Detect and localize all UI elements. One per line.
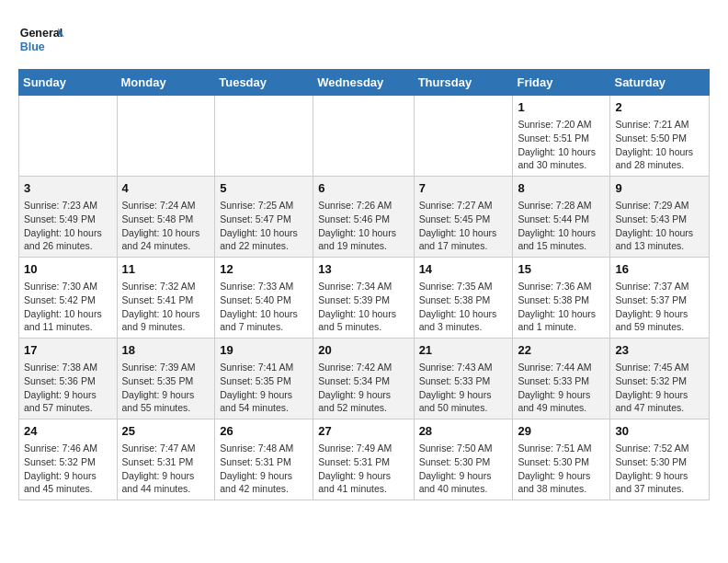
calendar-body: 1 Sunrise: 7:20 AM Sunset: 5:51 PM Dayli… <box>19 96 710 500</box>
day-number: 28 <box>419 423 508 440</box>
sunrise-text: Sunrise: 7:38 AM <box>24 361 112 374</box>
calendar-cell: 10 Sunrise: 7:30 AM Sunset: 5:42 PM Dayl… <box>19 258 118 339</box>
sunset-text: Sunset: 5:47 PM <box>220 213 308 226</box>
sunset-text: Sunset: 5:45 PM <box>419 213 508 226</box>
logo: General Blue <box>18 18 64 60</box>
daylight-text: Daylight: 9 hours and 38 minutes. <box>518 469 605 496</box>
day-number: 17 <box>24 342 112 359</box>
calendar-cell <box>117 96 215 177</box>
sunrise-text: Sunrise: 7:51 AM <box>518 442 605 455</box>
calendar-cell: 2 Sunrise: 7:21 AM Sunset: 5:50 PM Dayli… <box>610 96 710 177</box>
sunset-text: Sunset: 5:35 PM <box>220 374 308 388</box>
calendar-cell: 29 Sunrise: 7:51 AM Sunset: 5:30 PM Dayl… <box>513 419 610 500</box>
sunrise-text: Sunrise: 7:41 AM <box>220 361 308 374</box>
calendar-cell <box>313 96 414 177</box>
day-number: 12 <box>220 261 308 278</box>
sunrise-text: Sunrise: 7:37 AM <box>615 280 704 293</box>
sunrise-text: Sunrise: 7:52 AM <box>615 442 704 455</box>
svg-text:Blue: Blue <box>20 40 45 53</box>
sunrise-text: Sunrise: 7:42 AM <box>318 361 408 374</box>
sunset-text: Sunset: 5:38 PM <box>518 293 605 307</box>
calendar-cell: 25 Sunrise: 7:47 AM Sunset: 5:31 PM Dayl… <box>117 419 215 500</box>
sunset-text: Sunset: 5:37 PM <box>615 293 704 307</box>
daylight-text: Daylight: 9 hours and 40 minutes. <box>419 469 508 496</box>
sunrise-text: Sunrise: 7:45 AM <box>615 361 704 374</box>
day-number: 2 <box>615 99 704 116</box>
day-number: 3 <box>24 180 112 197</box>
daylight-text: Daylight: 10 hours and 30 minutes. <box>518 145 605 172</box>
sunrise-text: Sunrise: 7:24 AM <box>122 199 210 213</box>
calendar-week: 10 Sunrise: 7:30 AM Sunset: 5:42 PM Dayl… <box>19 258 710 339</box>
calendar-cell: 24 Sunrise: 7:46 AM Sunset: 5:32 PM Dayl… <box>19 419 118 500</box>
sunrise-text: Sunrise: 7:43 AM <box>419 361 508 374</box>
daylight-text: Daylight: 9 hours and 49 minutes. <box>518 388 605 415</box>
daylight-text: Daylight: 10 hours and 3 minutes. <box>419 307 508 334</box>
calendar-cell: 20 Sunrise: 7:42 AM Sunset: 5:34 PM Dayl… <box>313 339 414 419</box>
day-number: 26 <box>220 423 308 440</box>
daylight-text: Daylight: 9 hours and 44 minutes. <box>122 469 210 496</box>
sunrise-text: Sunrise: 7:46 AM <box>24 442 112 455</box>
day-number: 29 <box>518 423 605 440</box>
calendar-cell: 17 Sunrise: 7:38 AM Sunset: 5:36 PM Dayl… <box>19 339 118 419</box>
sunset-text: Sunset: 5:49 PM <box>24 213 112 226</box>
daylight-text: Daylight: 10 hours and 26 minutes. <box>24 226 112 253</box>
daylight-text: Daylight: 10 hours and 17 minutes. <box>419 226 508 253</box>
daylight-text: Daylight: 9 hours and 54 minutes. <box>220 388 308 415</box>
sunrise-text: Sunrise: 7:30 AM <box>24 280 112 293</box>
calendar-cell: 26 Sunrise: 7:48 AM Sunset: 5:31 PM Dayl… <box>215 419 313 500</box>
day-number: 22 <box>518 342 605 359</box>
sunset-text: Sunset: 5:51 PM <box>518 132 605 145</box>
sunrise-text: Sunrise: 7:25 AM <box>220 199 308 213</box>
calendar-cell: 22 Sunrise: 7:44 AM Sunset: 5:33 PM Dayl… <box>513 339 610 419</box>
sunrise-text: Sunrise: 7:23 AM <box>24 199 112 213</box>
daylight-text: Daylight: 9 hours and 55 minutes. <box>122 388 210 415</box>
calendar-week: 3 Sunrise: 7:23 AM Sunset: 5:49 PM Dayli… <box>19 177 710 258</box>
sunset-text: Sunset: 5:33 PM <box>419 374 508 388</box>
header-row: SundayMondayTuesdayWednesdayThursdayFrid… <box>19 70 710 96</box>
calendar-week: 24 Sunrise: 7:46 AM Sunset: 5:32 PM Dayl… <box>19 419 710 500</box>
day-number: 14 <box>419 261 508 278</box>
day-number: 19 <box>220 342 308 359</box>
header-day: Saturday <box>610 70 710 96</box>
sunset-text: Sunset: 5:50 PM <box>615 132 704 145</box>
daylight-text: Daylight: 10 hours and 9 minutes. <box>122 307 210 334</box>
calendar-cell: 18 Sunrise: 7:39 AM Sunset: 5:35 PM Dayl… <box>117 339 215 419</box>
header-day: Wednesday <box>313 70 414 96</box>
daylight-text: Daylight: 10 hours and 24 minutes. <box>122 226 210 253</box>
day-number: 1 <box>518 99 605 116</box>
calendar-cell <box>19 96 118 177</box>
sunrise-text: Sunrise: 7:47 AM <box>122 442 210 455</box>
daylight-text: Daylight: 10 hours and 13 minutes. <box>615 226 704 253</box>
daylight-text: Daylight: 10 hours and 5 minutes. <box>318 307 408 334</box>
calendar-cell <box>215 96 313 177</box>
sunrise-text: Sunrise: 7:29 AM <box>615 199 704 213</box>
header-day: Tuesday <box>215 70 313 96</box>
sunset-text: Sunset: 5:40 PM <box>220 293 308 307</box>
day-number: 10 <box>24 261 112 278</box>
sunset-text: Sunset: 5:46 PM <box>318 213 408 226</box>
sunrise-text: Sunrise: 7:26 AM <box>318 199 408 213</box>
daylight-text: Daylight: 9 hours and 59 minutes. <box>615 307 704 334</box>
day-number: 11 <box>122 261 210 278</box>
sunset-text: Sunset: 5:34 PM <box>318 374 408 388</box>
header-day: Thursday <box>414 70 513 96</box>
sunrise-text: Sunrise: 7:36 AM <box>518 280 605 293</box>
calendar-cell: 27 Sunrise: 7:49 AM Sunset: 5:31 PM Dayl… <box>313 419 414 500</box>
sunset-text: Sunset: 5:31 PM <box>220 455 308 469</box>
calendar-cell <box>414 96 513 177</box>
calendar-cell: 3 Sunrise: 7:23 AM Sunset: 5:49 PM Dayli… <box>19 177 118 258</box>
sunset-text: Sunset: 5:31 PM <box>318 455 408 469</box>
header-day: Friday <box>513 70 610 96</box>
sunset-text: Sunset: 5:31 PM <box>122 455 210 469</box>
day-number: 7 <box>419 180 508 197</box>
daylight-text: Daylight: 10 hours and 22 minutes. <box>220 226 308 253</box>
calendar-cell: 12 Sunrise: 7:33 AM Sunset: 5:40 PM Dayl… <box>215 258 313 339</box>
sunset-text: Sunset: 5:32 PM <box>615 374 704 388</box>
sunrise-text: Sunrise: 7:34 AM <box>318 280 408 293</box>
calendar-cell: 23 Sunrise: 7:45 AM Sunset: 5:32 PM Dayl… <box>610 339 710 419</box>
page-header: General Blue <box>18 18 710 60</box>
calendar-cell: 28 Sunrise: 7:50 AM Sunset: 5:30 PM Dayl… <box>414 419 513 500</box>
calendar-cell: 14 Sunrise: 7:35 AM Sunset: 5:38 PM Dayl… <box>414 258 513 339</box>
day-number: 16 <box>615 261 704 278</box>
sunrise-text: Sunrise: 7:35 AM <box>419 280 508 293</box>
